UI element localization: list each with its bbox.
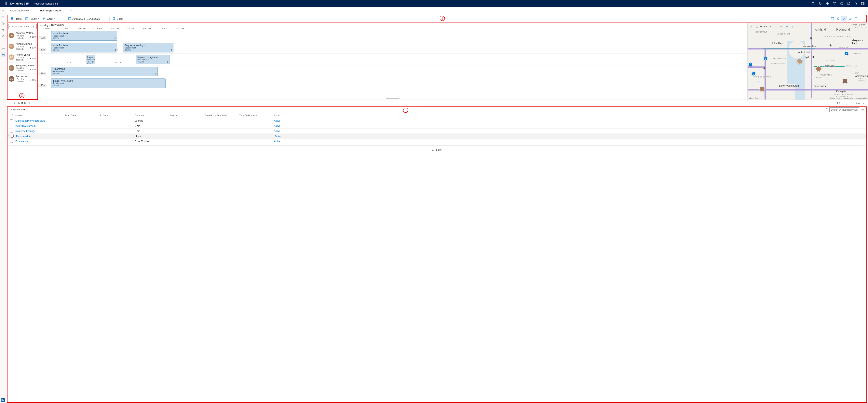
svg-rect-6 <box>4 4 4 5</box>
svg-rect-8 <box>6 4 6 5</box>
view-tabs-row: Initial public view⋮ Washington state⋮ ＋ <box>0 7 868 14</box>
global-header: Dynamics 365 Resource Scheduling <box>0 0 868 7</box>
svg-rect-3 <box>4 3 4 4</box>
view-tab-initial[interactable]: Initial public view⋮ <box>7 7 36 14</box>
svg-rect-7 <box>5 4 5 5</box>
diag-icon[interactable] <box>852 0 859 7</box>
svg-point-14 <box>841 3 842 4</box>
brand-label: Dynamics 365 <box>9 2 30 5</box>
kebab-icon[interactable]: ⋮ <box>62 9 64 12</box>
gear-icon[interactable] <box>838 0 845 7</box>
pane-icon[interactable] <box>859 0 866 7</box>
view-tab-label: Washington state <box>40 9 61 12</box>
app-launcher-icon[interactable] <box>2 2 9 5</box>
svg-point-16 <box>848 4 849 4</box>
svg-line-10 <box>814 4 814 5</box>
svg-rect-2 <box>6 2 6 3</box>
svg-rect-5 <box>6 3 6 4</box>
left-rail: ≡ A≡ <box>0 7 6 14</box>
svg-rect-4 <box>5 3 5 4</box>
svg-rect-0 <box>4 2 4 3</box>
menu-icon[interactable]: ≡ <box>1 8 5 13</box>
kebab-icon[interactable]: ⋮ <box>31 9 33 12</box>
svg-point-9 <box>812 2 814 4</box>
header-divider <box>32 2 32 5</box>
view-tab-washington[interactable]: Washington state⋮ <box>36 7 68 14</box>
search-icon[interactable] <box>810 0 817 7</box>
view-tab-label: Initial public view <box>10 9 30 12</box>
app-name-label: Resource Scheduling <box>33 2 58 5</box>
filter-icon[interactable] <box>831 0 838 7</box>
svg-rect-1 <box>5 2 5 3</box>
svg-rect-17 <box>862 2 864 5</box>
add-view-button[interactable]: ＋ <box>68 7 75 14</box>
lightbulb-icon[interactable] <box>817 0 824 7</box>
help-icon[interactable] <box>845 0 852 7</box>
plus-icon[interactable] <box>824 0 831 7</box>
